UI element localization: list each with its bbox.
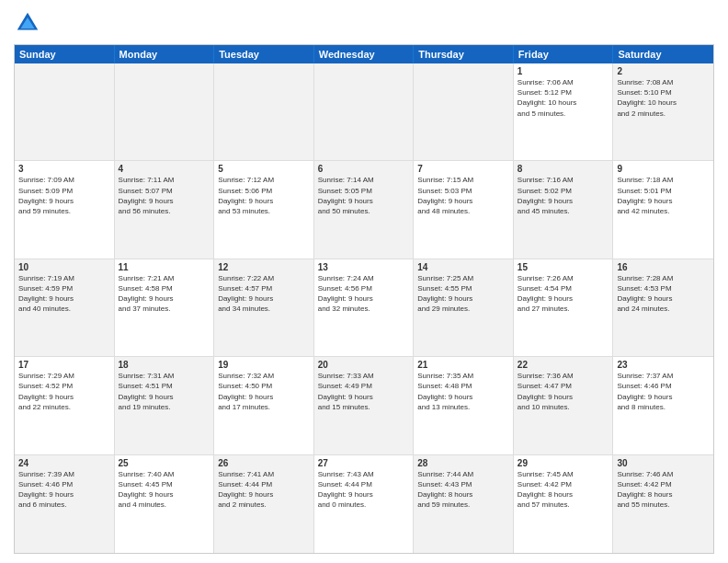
calendar-cell: 12Sunrise: 7:22 AM Sunset: 4:57 PM Dayli…	[214, 259, 314, 356]
day-info: Sunrise: 7:06 AM Sunset: 5:12 PM Dayligh…	[518, 77, 609, 119]
calendar-cell: 29Sunrise: 7:45 AM Sunset: 4:42 PM Dayli…	[514, 455, 614, 553]
day-number: 7	[417, 164, 509, 174]
day-number: 4	[119, 164, 210, 174]
calendar: SundayMondayTuesdayWednesdayThursdayFrid…	[14, 44, 714, 554]
day-number: 1	[518, 66, 609, 76]
day-number: 22	[518, 360, 609, 370]
day-number: 5	[218, 164, 310, 174]
calendar-cell: 7Sunrise: 7:15 AM Sunset: 5:03 PM Daylig…	[414, 161, 514, 258]
day-info: Sunrise: 7:22 AM Sunset: 4:57 PM Dayligh…	[218, 273, 310, 315]
weekday-header: Tuesday	[214, 45, 314, 63]
calendar-cell: 17Sunrise: 7:29 AM Sunset: 4:52 PM Dayli…	[15, 357, 115, 454]
calendar-cell	[15, 63, 115, 160]
calendar-cell: 21Sunrise: 7:35 AM Sunset: 4:48 PM Dayli…	[414, 357, 514, 454]
day-number: 13	[318, 262, 410, 272]
day-number: 10	[18, 262, 110, 272]
day-info: Sunrise: 7:45 AM Sunset: 4:42 PM Dayligh…	[518, 469, 609, 511]
day-info: Sunrise: 7:43 AM Sunset: 4:44 PM Dayligh…	[318, 469, 410, 511]
day-info: Sunrise: 7:12 AM Sunset: 5:06 PM Dayligh…	[218, 175, 310, 216]
day-info: Sunrise: 7:24 AM Sunset: 4:56 PM Dayligh…	[318, 273, 410, 315]
calendar-cell: 9Sunrise: 7:18 AM Sunset: 5:01 PM Daylig…	[613, 161, 713, 258]
day-info: Sunrise: 7:09 AM Sunset: 5:09 PM Dayligh…	[18, 175, 110, 216]
calendar-header: SundayMondayTuesdayWednesdayThursdayFrid…	[15, 45, 713, 63]
day-info: Sunrise: 7:16 AM Sunset: 5:02 PM Dayligh…	[518, 175, 609, 216]
day-info: Sunrise: 7:41 AM Sunset: 4:44 PM Dayligh…	[218, 469, 310, 511]
day-number: 26	[218, 458, 310, 468]
day-number: 17	[18, 360, 110, 370]
calendar-row: 17Sunrise: 7:29 AM Sunset: 4:52 PM Dayli…	[15, 357, 713, 454]
day-info: Sunrise: 7:31 AM Sunset: 4:51 PM Dayligh…	[119, 371, 210, 412]
day-number: 9	[617, 164, 710, 174]
day-info: Sunrise: 7:11 AM Sunset: 5:07 PM Dayligh…	[119, 175, 210, 216]
calendar-cell: 10Sunrise: 7:19 AM Sunset: 4:59 PM Dayli…	[15, 259, 115, 356]
calendar-row: 1Sunrise: 7:06 AM Sunset: 5:12 PM Daylig…	[15, 63, 713, 161]
calendar-cell: 15Sunrise: 7:26 AM Sunset: 4:54 PM Dayli…	[514, 259, 614, 356]
day-number: 19	[218, 360, 310, 370]
day-number: 6	[318, 164, 410, 174]
calendar-cell: 16Sunrise: 7:28 AM Sunset: 4:53 PM Dayli…	[613, 259, 713, 356]
day-number: 8	[518, 164, 609, 174]
calendar-row: 10Sunrise: 7:19 AM Sunset: 4:59 PM Dayli…	[15, 259, 713, 357]
calendar-cell: 19Sunrise: 7:32 AM Sunset: 4:50 PM Dayli…	[214, 357, 314, 454]
weekday-header: Sunday	[15, 45, 115, 63]
day-number: 25	[119, 458, 210, 468]
weekday-header: Friday	[514, 45, 614, 63]
day-info: Sunrise: 7:37 AM Sunset: 4:46 PM Dayligh…	[617, 371, 710, 412]
day-info: Sunrise: 7:25 AM Sunset: 4:55 PM Dayligh…	[417, 273, 509, 315]
calendar-row: 3Sunrise: 7:09 AM Sunset: 5:09 PM Daylig…	[15, 161, 713, 259]
header	[14, 9, 714, 37]
day-number: 12	[218, 262, 310, 272]
day-info: Sunrise: 7:32 AM Sunset: 4:50 PM Dayligh…	[218, 371, 310, 412]
weekday-header: Saturday	[613, 45, 713, 63]
calendar-cell	[414, 63, 514, 160]
day-info: Sunrise: 7:14 AM Sunset: 5:05 PM Dayligh…	[318, 175, 410, 216]
calendar-cell: 6Sunrise: 7:14 AM Sunset: 5:05 PM Daylig…	[314, 161, 415, 258]
day-number: 27	[318, 458, 410, 468]
day-info: Sunrise: 7:15 AM Sunset: 5:03 PM Dayligh…	[417, 175, 509, 216]
calendar-cell: 18Sunrise: 7:31 AM Sunset: 4:51 PM Dayli…	[115, 357, 215, 454]
day-number: 3	[18, 164, 110, 174]
logo	[14, 9, 45, 37]
calendar-cell: 8Sunrise: 7:16 AM Sunset: 5:02 PM Daylig…	[514, 161, 614, 258]
calendar-cell	[314, 63, 415, 160]
day-number: 30	[617, 458, 710, 468]
calendar-row: 24Sunrise: 7:39 AM Sunset: 4:46 PM Dayli…	[15, 455, 713, 553]
day-info: Sunrise: 7:26 AM Sunset: 4:54 PM Dayligh…	[518, 273, 609, 315]
calendar-cell: 30Sunrise: 7:46 AM Sunset: 4:42 PM Dayli…	[613, 455, 713, 553]
day-info: Sunrise: 7:08 AM Sunset: 5:10 PM Dayligh…	[617, 77, 710, 119]
calendar-cell: 28Sunrise: 7:44 AM Sunset: 4:43 PM Dayli…	[414, 455, 514, 553]
day-info: Sunrise: 7:46 AM Sunset: 4:42 PM Dayligh…	[617, 469, 710, 511]
day-number: 28	[417, 458, 509, 468]
day-info: Sunrise: 7:18 AM Sunset: 5:01 PM Dayligh…	[617, 175, 710, 216]
day-number: 16	[617, 262, 710, 272]
day-info: Sunrise: 7:33 AM Sunset: 4:49 PM Dayligh…	[318, 371, 410, 412]
day-number: 2	[617, 66, 710, 76]
day-number: 15	[518, 262, 609, 272]
calendar-cell: 22Sunrise: 7:36 AM Sunset: 4:47 PM Dayli…	[514, 357, 614, 454]
calendar-cell: 4Sunrise: 7:11 AM Sunset: 5:07 PM Daylig…	[115, 161, 215, 258]
calendar-cell: 27Sunrise: 7:43 AM Sunset: 4:44 PM Dayli…	[314, 455, 415, 553]
calendar-cell: 2Sunrise: 7:08 AM Sunset: 5:10 PM Daylig…	[613, 63, 713, 160]
calendar-cell: 25Sunrise: 7:40 AM Sunset: 4:45 PM Dayli…	[115, 455, 215, 553]
weekday-header: Thursday	[414, 45, 514, 63]
calendar-cell: 13Sunrise: 7:24 AM Sunset: 4:56 PM Dayli…	[314, 259, 415, 356]
calendar-cell: 3Sunrise: 7:09 AM Sunset: 5:09 PM Daylig…	[15, 161, 115, 258]
day-info: Sunrise: 7:29 AM Sunset: 4:52 PM Dayligh…	[18, 371, 110, 412]
calendar-cell: 23Sunrise: 7:37 AM Sunset: 4:46 PM Dayli…	[613, 357, 713, 454]
day-info: Sunrise: 7:44 AM Sunset: 4:43 PM Dayligh…	[417, 469, 509, 511]
day-info: Sunrise: 7:35 AM Sunset: 4:48 PM Dayligh…	[417, 371, 509, 412]
day-number: 20	[318, 360, 410, 370]
day-number: 18	[119, 360, 210, 370]
day-number: 23	[617, 360, 710, 370]
day-number: 21	[417, 360, 509, 370]
logo-icon	[14, 9, 41, 37]
day-info: Sunrise: 7:39 AM Sunset: 4:46 PM Dayligh…	[18, 469, 110, 511]
day-number: 11	[119, 262, 210, 272]
day-number: 29	[518, 458, 609, 468]
weekday-header: Wednesday	[314, 45, 415, 63]
calendar-cell: 26Sunrise: 7:41 AM Sunset: 4:44 PM Dayli…	[214, 455, 314, 553]
calendar-body: 1Sunrise: 7:06 AM Sunset: 5:12 PM Daylig…	[15, 63, 713, 553]
calendar-cell: 24Sunrise: 7:39 AM Sunset: 4:46 PM Dayli…	[15, 455, 115, 553]
calendar-cell: 20Sunrise: 7:33 AM Sunset: 4:49 PM Dayli…	[314, 357, 415, 454]
calendar-cell	[214, 63, 314, 160]
